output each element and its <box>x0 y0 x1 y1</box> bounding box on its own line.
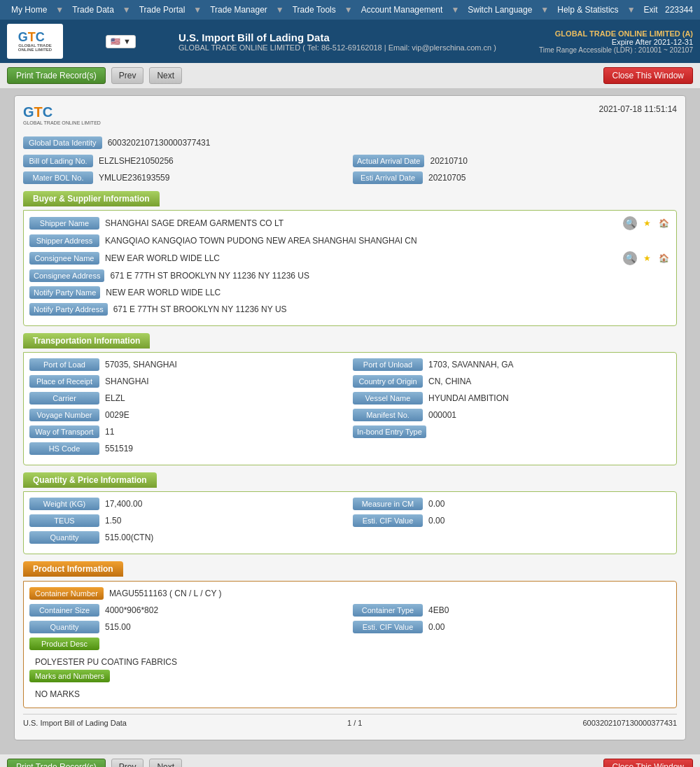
shipper-star-icon[interactable]: ★ <box>640 216 654 230</box>
flag-selector[interactable]: 🇺🇸 ▼ <box>106 35 136 48</box>
next-button-bottom[interactable]: Next <box>149 759 182 767</box>
carrier-field: Carrier ELZL <box>29 392 347 404</box>
main-content: GTC GLOBAL TRADE ONLINE LIMITED 2021-07-… <box>0 88 700 754</box>
measure-cm-field: Measure in CM 0.00 <box>353 498 671 510</box>
nav-switch-language[interactable]: Switch Language <box>463 5 536 15</box>
shipper-search-icon[interactable]: 🔍 <box>623 216 637 230</box>
bottom-toolbar: Print Trade Record(s) Prev Next Close Th… <box>0 754 700 767</box>
product-desc-text: POLYESTER PU COATING FABRICS <box>29 654 671 670</box>
esti-cif-label: Esti. CIF Value <box>353 514 423 527</box>
container-type-field: Container Type 4EB0 <box>353 604 671 617</box>
country-origin-value: CN, CHINA <box>428 377 471 386</box>
product-header: Product Information <box>23 561 677 577</box>
port-unload-field: Port of Unload 1703, SAVANNAH, GA <box>353 358 671 371</box>
flag-dropdown-icon: ▼ <box>123 37 131 45</box>
weight-measure-row: Weight (KG) 17,400.00 Measure in CM 0.00 <box>29 498 671 510</box>
voyage-manifest-row: Voyage Number 0029E Manifest No. 000001 <box>29 409 671 421</box>
teus-label: TEUS <box>29 514 99 527</box>
record-card: GTC GLOBAL TRADE ONLINE LIMITED 2021-07-… <box>14 95 686 740</box>
top-navigation: My Home ▼ Trade Data ▼ Trade Portal ▼ Tr… <box>0 0 700 20</box>
vessel-name-label: Vessel Name <box>353 392 423 404</box>
nav-my-home[interactable]: My Home <box>7 5 51 15</box>
nav-exit[interactable]: Exit <box>640 5 662 15</box>
consignee-home-icon[interactable]: 🏠 <box>657 251 671 265</box>
hs-code-value: 551519 <box>105 444 133 453</box>
nav-help-statistics[interactable]: Help & Statistics <box>553 5 622 15</box>
container-number-row: Container Number MAGU5511163 ( CN / L / … <box>29 587 671 600</box>
measure-cm-value: 0.00 <box>428 499 444 509</box>
port-row: Port of Load 57035, SHANGHAI Port of Unl… <box>29 358 671 371</box>
buyer-supplier-title: Buyer & Supplier Information <box>23 191 160 206</box>
prev-button-top[interactable]: Prev <box>111 67 144 84</box>
mater-bol-value: YMLUE236193559 <box>99 173 169 183</box>
carrier-vessel-row: Carrier ELZL Vessel Name HYUNDAI AMBITIO… <box>29 392 671 404</box>
notify-party-name-value: NEW EAR WORLD WIDE LLC <box>106 288 220 297</box>
close-button-top[interactable]: Close This Window <box>603 67 693 84</box>
in-bond-label: In-bond Entry Type <box>353 425 426 438</box>
country-origin-field: Country of Origin CN, CHINA <box>353 375 671 388</box>
notify-party-address-value: 671 E 77TH ST BROOKLYN NY 11236 NY US <box>113 304 287 314</box>
notify-party-address-row: Notify Party Address 671 E 77TH ST BROOK… <box>29 303 671 316</box>
esti-cif-field: Esti. CIF Value 0.00 <box>353 514 671 527</box>
product-esti-cif-value: 0.00 <box>428 622 444 632</box>
vessel-name-field: Vessel Name HYUNDAI AMBITION <box>353 392 671 404</box>
product-title: Product Information <box>23 561 123 577</box>
record-date: 2021-07-18 11:51:14 <box>599 104 677 114</box>
voyage-number-label: Voyage Number <box>29 409 99 421</box>
actual-arrival-field: Actual Arrival Date 20210710 <box>353 155 677 167</box>
page-title: U.S. Import Bill of Lading Data <box>178 31 330 43</box>
weight-kg-value: 17,400.00 <box>105 499 142 509</box>
place-country-row: Place of Receipt SHANGHAI Country of Ori… <box>29 375 671 388</box>
quantity-content: Weight (KG) 17,400.00 Measure in CM 0.00… <box>23 491 677 554</box>
account-number: 223344 <box>665 5 693 15</box>
actual-arrival-label: Actual Arrival Date <box>353 155 424 167</box>
bol-arrival-row: Bill of Lading No. ELZLSHE21050256 Actua… <box>23 155 677 167</box>
print-button-bottom[interactable]: Print Trade Record(s) <box>7 759 106 767</box>
nav-trade-manager[interactable]: Trade Manager <box>206 5 272 15</box>
way-transport-label: Way of Transport <box>29 425 99 438</box>
bol-no-value: ELZLSHE21050256 <box>99 156 174 166</box>
shipper-icons: 🔍 ★ 🏠 <box>623 216 671 230</box>
flag-area: 🇺🇸 ▼ <box>106 35 136 48</box>
product-quantity-cif-row: Quantity 515.00 Esti. CIF Value 0.00 <box>29 621 671 633</box>
company-name: GLOBAL TRADE ONLINE LIMITED (A) <box>539 29 693 38</box>
next-button-top[interactable]: Next <box>149 67 182 84</box>
record-footer: U.S. Import Bill of Lading Data 1 / 1 60… <box>23 714 677 731</box>
print-button-top[interactable]: Print Trade Record(s) <box>7 67 106 84</box>
teus-field: TEUS 1.50 <box>29 514 347 527</box>
notify-party-name-row: Notify Party Name NEW EAR WORLD WIDE LLC <box>29 286 671 299</box>
port-load-field: Port of Load 57035, SHANGHAI <box>29 358 347 371</box>
teus-cif-row: TEUS 1.50 Esti. CIF Value 0.00 <box>29 514 671 527</box>
hs-code-label: HS Code <box>29 442 99 455</box>
mater-bol-row: Mater BOL No. YMLUE236193559 Esti Arriva… <box>23 171 677 184</box>
shipper-home-icon[interactable]: 🏠 <box>657 216 671 230</box>
way-transport-value: 11 <box>105 427 114 437</box>
time-range: Time Range Accessible (LDR) : 201001 ~ 2… <box>539 46 693 54</box>
nav-account-management[interactable]: Account Management <box>357 5 447 15</box>
close-button-bottom[interactable]: Close This Window <box>603 759 693 767</box>
consignee-star-icon[interactable]: ★ <box>640 251 654 265</box>
vessel-name-value: HYUNDAI AMBITION <box>428 393 509 403</box>
actual-arrival-value: 20210710 <box>430 156 467 166</box>
nav-trade-portal[interactable]: Trade Portal <box>135 5 190 15</box>
manifest-no-value: 000001 <box>428 410 456 420</box>
teus-value: 1.50 <box>105 516 121 526</box>
in-bond-field: In-bond Entry Type <box>353 425 671 438</box>
prev-button-bottom[interactable]: Prev <box>111 759 144 767</box>
place-receipt-value: SHANGHAI <box>105 377 149 386</box>
consignee-name-label: Consignee Name <box>29 252 99 265</box>
card-header: GTC GLOBAL TRADE ONLINE LIMITED 2021-07-… <box>23 104 677 129</box>
mater-bol-label: Mater BOL No. <box>23 171 93 184</box>
card-logo: GTC GLOBAL TRADE ONLINE LIMITED <box>23 104 101 125</box>
consignee-name-row: Consignee Name NEW EAR WORLD WIDE LLC 🔍 … <box>29 251 671 265</box>
nav-trade-tools[interactable]: Trade Tools <box>288 5 340 15</box>
header-bar: GTC GLOBAL TRADE ONLINE LIMITED 🇺🇸 ▼ U.S… <box>0 20 700 63</box>
container-type-value: 4EB0 <box>428 605 449 615</box>
consignee-icons: 🔍 ★ 🏠 <box>623 251 671 265</box>
nav-trade-data[interactable]: Trade Data <box>68 5 118 15</box>
transportation-section: Transportation Information Port of Load … <box>23 333 677 465</box>
quantity-label: Quantity <box>29 531 99 544</box>
product-quantity-value: 515.00 <box>105 622 131 632</box>
way-transport-field: Way of Transport 11 <box>29 425 347 438</box>
consignee-search-icon[interactable]: 🔍 <box>623 251 637 265</box>
